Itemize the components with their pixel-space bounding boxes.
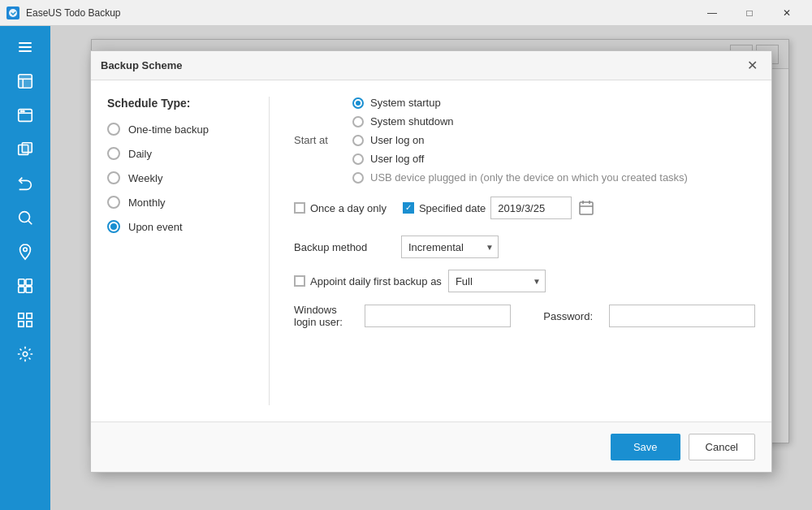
- sidebar-restore-icon[interactable]: [9, 167, 41, 200]
- appoint-daily-label: Appoint daily first backup as: [310, 275, 442, 287]
- radio-one-time-backup[interactable]: One-time backup: [107, 123, 253, 136]
- label-system-startup: System startup: [370, 97, 441, 109]
- event-system-startup[interactable]: System startup: [352, 97, 688, 109]
- event-usb-device[interactable]: USB device plugged in (only the device o…: [352, 171, 688, 184]
- event-system-shutdown[interactable]: System shutdown: [352, 115, 688, 128]
- sidebar-backup-icon[interactable]: [9, 99, 41, 132]
- sidebar-duplicate-icon[interactable]: [9, 270, 41, 302]
- svg-rect-25: [580, 202, 593, 214]
- backup-method-label: Backup method: [294, 241, 391, 253]
- calendar-icon[interactable]: [577, 198, 596, 218]
- svg-rect-2: [19, 46, 32, 48]
- svg-rect-1: [19, 42, 32, 44]
- radio-usb-device: [352, 172, 364, 184]
- event-user-log-on[interactable]: User log on: [352, 134, 688, 146]
- appoint-daily-checkbox-wrapper[interactable]: Appoint daily first backup as: [294, 275, 442, 287]
- hamburger-icon[interactable]: [9, 32, 41, 62]
- windows-login-input[interactable]: [365, 305, 511, 327]
- sidebar-location-icon[interactable]: [9, 236, 41, 268]
- svg-rect-12: [22, 143, 32, 153]
- backup-method-select-wrapper: Incremental Full Differential ▼: [401, 236, 499, 258]
- radio-user-log-off: [352, 153, 364, 165]
- radio-upon-event-label: Upon event: [128, 221, 183, 233]
- login-row: Windows login user: Password:: [294, 304, 755, 328]
- modal-overlay: Backup Scheme ✕ Schedule Type: One-time …: [50, 26, 812, 510]
- svg-rect-20: [19, 313, 24, 318]
- label-system-shutdown: System shutdown: [370, 115, 454, 128]
- modal-footer: Save Cancel: [91, 421, 771, 472]
- label-user-log-on: User log on: [370, 134, 424, 146]
- app-title: EaseUS Todo Backup: [26, 7, 693, 19]
- appoint-daily-row: Appoint daily first backup as Full Incre…: [294, 270, 755, 292]
- svg-rect-22: [19, 322, 24, 326]
- svg-line-14: [28, 221, 32, 224]
- radio-weekly-label: Weekly: [128, 172, 162, 184]
- svg-rect-19: [26, 287, 32, 292]
- radio-upon-event-indicator: [107, 220, 120, 233]
- sidebar-explore-icon[interactable]: [9, 201, 41, 234]
- svg-rect-21: [27, 313, 32, 318]
- minimize-button[interactable]: —: [693, 0, 731, 26]
- svg-point-24: [23, 352, 28, 357]
- radio-system-shutdown: [352, 116, 364, 128]
- modal-titlebar: Backup Scheme ✕: [91, 51, 771, 80]
- app-icon: [6, 6, 19, 19]
- event-user-log-off[interactable]: User log off: [352, 153, 688, 165]
- radio-monthly-indicator: [107, 196, 120, 209]
- close-button[interactable]: ✕: [768, 0, 806, 26]
- modal-body: Schedule Type: One-time backup Daily Wee…: [91, 80, 771, 421]
- password-input[interactable]: [609, 305, 755, 327]
- specified-date-label: Specified date: [419, 202, 486, 214]
- cancel-button[interactable]: Cancel: [689, 434, 755, 460]
- maximize-button[interactable]: □: [731, 0, 768, 26]
- save-button[interactable]: Save: [611, 434, 680, 460]
- svg-point-0: [9, 9, 17, 17]
- svg-point-15: [24, 248, 28, 252]
- backup-method-row: Backup method Incremental Full Different…: [294, 236, 755, 258]
- backup-scheme-modal: Backup Scheme ✕ Schedule Type: One-time …: [90, 50, 772, 473]
- svg-rect-3: [19, 50, 32, 52]
- radio-monthly[interactable]: Monthly: [107, 196, 253, 209]
- specified-date-wrapper: Specified date: [403, 197, 596, 219]
- schedule-type-heading: Schedule Type:: [107, 97, 253, 110]
- appoint-daily-checkbox[interactable]: [294, 275, 305, 287]
- radio-weekly[interactable]: Weekly: [107, 171, 253, 184]
- content-area: Disk Backup □ ✕ Backup Scheme ✕: [50, 26, 812, 510]
- modal-close-button[interactable]: ✕: [742, 56, 762, 76]
- radio-weekly-indicator: [107, 171, 120, 184]
- start-at-label: Start at: [294, 134, 343, 146]
- radio-user-log-on: [352, 135, 364, 146]
- sidebar: [0, 26, 50, 510]
- radio-daily-label: Daily: [128, 148, 152, 160]
- password-label: Password:: [543, 310, 593, 322]
- svg-point-9: [21, 110, 22, 111]
- svg-rect-23: [27, 322, 32, 326]
- window-controls: — □ ✕: [693, 0, 806, 26]
- svg-rect-16: [19, 279, 24, 285]
- backup-method-select[interactable]: Incremental Full Differential: [401, 236, 499, 258]
- radio-daily-indicator: [107, 147, 120, 160]
- options-panel: Start at System startup System shutdown: [286, 97, 755, 405]
- sidebar-home-icon[interactable]: [9, 65, 41, 97]
- start-at-section: Start at System startup System shutdown: [294, 97, 755, 184]
- once-a-day-label: Once a day only: [310, 202, 387, 214]
- sidebar-settings-icon[interactable]: [9, 338, 41, 370]
- specified-date-checkbox[interactable]: [403, 202, 414, 214]
- sidebar-grid-icon[interactable]: [9, 304, 41, 336]
- app-titlebar: EaseUS Todo Backup — □ ✕: [0, 0, 812, 26]
- once-day-row: Once a day only Specified date: [294, 197, 755, 219]
- once-a-day-checkbox-wrapper[interactable]: Once a day only: [294, 202, 387, 214]
- svg-rect-4: [19, 75, 32, 89]
- svg-rect-17: [26, 279, 32, 285]
- schedule-type-panel: Schedule Type: One-time backup Daily Wee…: [107, 97, 270, 405]
- radio-daily[interactable]: Daily: [107, 147, 253, 160]
- sidebar-clone-icon[interactable]: [9, 133, 41, 166]
- radio-one-time-label: One-time backup: [128, 123, 209, 136]
- once-a-day-checkbox[interactable]: [294, 202, 305, 214]
- date-input-field[interactable]: [490, 197, 572, 219]
- svg-point-10: [23, 110, 24, 111]
- appoint-daily-select[interactable]: Full Incremental Differential: [448, 270, 546, 292]
- radio-upon-event[interactable]: Upon event: [107, 220, 253, 233]
- specified-date-checkbox-wrapper[interactable]: Specified date: [403, 202, 486, 214]
- label-usb-device: USB device plugged in (only the device o…: [370, 171, 688, 184]
